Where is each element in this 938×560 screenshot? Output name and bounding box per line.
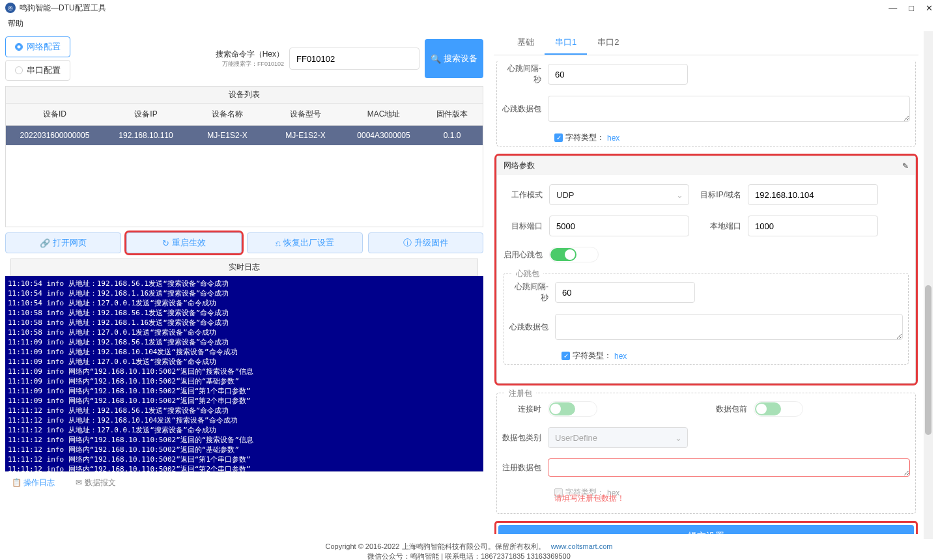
footer-link[interactable]: www.coltsmart.com xyxy=(551,542,613,550)
net-hb-interval-input[interactable] xyxy=(555,282,695,303)
col-ip: 设备IP xyxy=(104,104,188,125)
tab-serial2[interactable]: 串口2 xyxy=(587,31,629,55)
chevron-down-icon: ⌄ xyxy=(675,433,682,443)
app-logo-icon: ◎ xyxy=(5,3,16,13)
col-fw: 固件版本 xyxy=(423,104,481,125)
maximize-icon[interactable]: □ xyxy=(909,3,914,13)
checkbox-icon[interactable]: ✓ xyxy=(554,133,563,142)
register-fieldset: 注册包 连接时 数据包前 数据包类别 UserDefine⌄ xyxy=(496,393,916,514)
refresh-icon: ↻ xyxy=(162,238,169,248)
submit-highlight: 提交设置 xyxy=(496,523,916,534)
work-mode-select[interactable]: UDP⌄ xyxy=(549,184,689,205)
footer: Copyright © 2016-2022 上海鸣驹智能科技有限公司。保留所有权… xyxy=(0,539,938,560)
search-icon: 🔍 xyxy=(431,54,441,64)
network-params-panel: 网络参数 ✎ 工作模式 UDP⌄ 目标IP/域名 xyxy=(496,156,916,384)
search-button[interactable]: 🔍 搜索设备 xyxy=(425,39,483,78)
radio-dot-icon xyxy=(15,43,23,51)
factory-icon: ⎌ xyxy=(276,238,281,248)
edit-icon[interactable]: ✎ xyxy=(902,161,909,171)
hb-data-label: 心跳数据包 xyxy=(502,104,548,115)
radio-network-config[interactable]: 网络配置 xyxy=(5,36,70,57)
device-list-header: 设备列表 xyxy=(5,86,483,104)
titlebar: ◎ 鸣驹智能—DTU配置工具 — □ ✕ xyxy=(0,0,938,16)
open-web-button[interactable]: 🔗打开网页 xyxy=(5,232,121,253)
net-hb-data-input[interactable] xyxy=(555,314,903,340)
pre-data-toggle[interactable] xyxy=(755,402,781,415)
col-mac: MAC地址 xyxy=(345,104,423,125)
target-ip-input[interactable] xyxy=(748,184,878,205)
reboot-button[interactable]: ↻重启生效 xyxy=(126,232,242,253)
on-connect-toggle[interactable] xyxy=(549,402,575,415)
submit-button[interactable]: 提交设置 xyxy=(498,525,914,534)
heartbeat-fieldset: 心跳包 心跳间隔-秒 心跳数据包 ✓ 字符类型： xyxy=(504,273,909,365)
upgrade-button[interactable]: ⓘ升级固件 xyxy=(368,232,484,253)
local-port-input[interactable] xyxy=(748,216,878,236)
register-data-input[interactable] xyxy=(548,458,910,477)
heartbeat-top-fieldset: 心跳间隔-秒 心跳数据包 ✓ 字符类型： hex xyxy=(496,61,916,147)
hb-interval-input[interactable] xyxy=(548,64,688,85)
log-tab-operation[interactable]: 📋 操作日志 xyxy=(7,476,60,490)
table-row[interactable]: 2022031600000005 192.168.10.110 MJ-E1S2-… xyxy=(6,126,483,145)
enable-heartbeat-toggle[interactable] xyxy=(550,248,576,261)
device-table: 设备ID 设备IP 设备名称 设备型号 MAC地址 固件版本 202203160… xyxy=(5,104,483,227)
log-content: 11:10:54 info 从地址：192.168.56.1发送“搜索设备”命令… xyxy=(5,276,483,471)
menu-help[interactable]: 帮助 xyxy=(8,18,23,29)
chevron-down-icon: ⌄ xyxy=(676,190,683,200)
close-icon[interactable]: ✕ xyxy=(926,3,933,13)
col-id: 设备ID xyxy=(6,104,104,125)
upgrade-icon: ⓘ xyxy=(403,237,412,249)
tab-serial1[interactable]: 串口1 xyxy=(545,31,587,55)
tab-basic[interactable]: 基础 xyxy=(507,31,545,55)
hb-interval-label: 心跳间隔-秒 xyxy=(502,63,548,85)
register-error-text: 请填写注册包数据！ xyxy=(502,493,910,504)
right-tabs: 基础 串口1 串口2 xyxy=(494,31,918,55)
menubar: 帮助 xyxy=(0,16,938,31)
package-type-select[interactable]: UserDefine⌄ xyxy=(548,427,688,448)
target-port-input[interactable] xyxy=(549,216,689,236)
radio-dot-icon xyxy=(15,66,23,74)
search-hint: 万能搜索字：FF010102 xyxy=(216,60,284,68)
link-icon: 🔗 xyxy=(40,238,50,248)
log-header: 实时日志 xyxy=(10,259,478,276)
minimize-icon[interactable]: — xyxy=(888,3,897,13)
radio-serial-config[interactable]: 串口配置 xyxy=(5,60,70,81)
col-model: 设备型号 xyxy=(266,104,345,125)
window-title: 鸣驹智能—DTU配置工具 xyxy=(20,3,106,14)
checkbox-icon[interactable]: ✓ xyxy=(561,352,570,360)
panel-title: 网络参数 xyxy=(504,160,535,171)
log-tab-data[interactable]: ✉ 数据报文 xyxy=(70,476,121,490)
col-name: 设备名称 xyxy=(188,104,266,125)
right-scrollbar[interactable] xyxy=(924,31,933,539)
hb-data-input[interactable] xyxy=(548,96,910,122)
search-label: 搜索命令字（Hex） xyxy=(216,49,284,60)
factory-reset-button[interactable]: ⎌恢复出厂设置 xyxy=(247,232,363,253)
search-input[interactable] xyxy=(289,48,419,70)
